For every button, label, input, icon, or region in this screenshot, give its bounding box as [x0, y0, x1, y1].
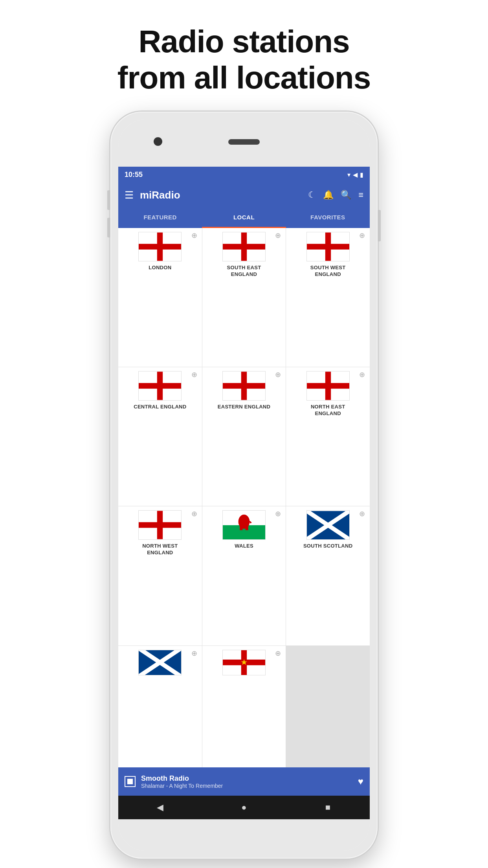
list-item[interactable]: ⊕ SOUTH SCOTLAND — [286, 506, 370, 645]
tab-featured[interactable]: FEATURED — [118, 208, 202, 228]
phone-inner: 10:55 ▾ ◀ ▮ ☰ miRadio ☾ 🔔 🔍 ≡ — [118, 120, 370, 851]
list-item[interactable]: ⊕ — [202, 506, 286, 645]
app-toolbar: ☰ miRadio ☾ 🔔 🔍 ≡ — [118, 182, 370, 208]
flag-scotland2 — [138, 650, 182, 675]
region-label: SOUTH EASTENGLAND — [227, 265, 261, 278]
flag-north-west — [138, 510, 182, 540]
add-icon[interactable]: ⊕ — [191, 649, 197, 658]
list-item[interactable]: ⊕ NORTH WESTENGLAND — [118, 506, 202, 645]
list-item[interactable]: ⊕ CENTRAL ENGLAND — [118, 367, 202, 506]
speaker-icon — [228, 139, 260, 145]
region-label: SOUTH WESTENGLAND — [310, 265, 346, 278]
list-icon[interactable]: ≡ — [358, 190, 363, 200]
add-icon[interactable]: ⊕ — [275, 509, 281, 518]
stop-icon — [127, 779, 133, 784]
now-playing-info: Smooth Radio Shalamar - A Night To Remem… — [141, 774, 352, 789]
list-item[interactable]: ⊕ SOUTH EASTENGLAND — [202, 228, 286, 367]
region-label: NORTH WESTENGLAND — [142, 543, 178, 556]
home-button[interactable]: ● — [236, 800, 252, 815]
phone-bottom-bar — [118, 819, 370, 851]
bottom-nav-bar: ◀ ● ■ — [118, 796, 370, 819]
svg-rect-17 — [307, 383, 349, 388]
add-icon[interactable]: ⊕ — [275, 649, 281, 658]
status-icons: ▾ ◀ ▮ — [347, 171, 363, 178]
status-bar: 10:55 ▾ ◀ ▮ — [118, 167, 370, 182]
add-icon[interactable]: ⊕ — [191, 370, 197, 379]
svg-rect-2 — [139, 244, 181, 249]
wifi-icon: ▾ — [347, 171, 350, 178]
svg-rect-8 — [307, 244, 349, 249]
sleep-timer-icon[interactable]: ☾ — [308, 190, 316, 200]
add-icon[interactable]: ⊕ — [191, 231, 197, 240]
flag-eastern — [222, 371, 266, 401]
add-icon[interactable]: ⊕ — [191, 509, 197, 518]
add-icon[interactable]: ⊕ — [275, 231, 281, 240]
tab-favorites[interactable]: FAVORITES — [286, 208, 370, 228]
region-label: WALES — [235, 543, 253, 550]
flag-wales — [222, 510, 266, 540]
track-name: Shalamar - A Night To Remember — [141, 783, 352, 789]
back-button[interactable]: ◀ — [152, 800, 168, 815]
favorite-button[interactable]: ♥ — [358, 776, 363, 787]
svg-rect-20 — [139, 522, 181, 528]
volume-up-button[interactable] — [107, 190, 110, 210]
list-item[interactable]: ⊕ — [118, 646, 202, 767]
list-item[interactable]: ⊕ NORTH EASTENGLAND — [286, 367, 370, 506]
recents-button[interactable]: ■ — [320, 800, 336, 815]
now-playing-bar: Smooth Radio Shalamar - A Night To Remem… — [118, 767, 370, 796]
flag-ni — [222, 650, 266, 675]
page-headline: Radio stations from all locations — [117, 24, 371, 96]
svg-point-27 — [240, 518, 243, 521]
toolbar-icons: ☾ 🔔 🔍 ≡ — [308, 190, 363, 200]
stop-button[interactable] — [125, 776, 136, 787]
list-item[interactable]: ⊕ EASTERN ENGLAND — [202, 367, 286, 506]
add-icon[interactable]: ⊕ — [359, 509, 365, 518]
search-icon[interactable]: 🔍 — [341, 190, 351, 200]
app-title: miRadio — [140, 189, 303, 201]
station-name: Smooth Radio — [141, 774, 352, 783]
list-item[interactable]: ⊕ SOUTH WESTENGLAND — [286, 228, 370, 367]
flag-south-east — [222, 232, 266, 261]
regions-grid: ⊕ LONDON ⊕ — [118, 228, 370, 767]
camera-icon — [154, 137, 162, 146]
svg-rect-11 — [139, 383, 181, 388]
menu-icon[interactable]: ☰ — [125, 189, 134, 201]
flag-south-scotland — [306, 510, 350, 540]
power-button[interactable] — [378, 210, 381, 241]
list-item[interactable]: ⊕ LONDON — [118, 228, 202, 367]
svg-point-28 — [245, 518, 248, 521]
phone-screen: 10:55 ▾ ◀ ▮ ☰ miRadio ☾ 🔔 🔍 ≡ — [118, 167, 370, 819]
tabs-bar: FEATURED LOCAL FAVORITES — [118, 208, 370, 228]
flag-south-west — [306, 232, 350, 261]
region-label: EASTERN ENGLAND — [218, 404, 271, 410]
svg-rect-25 — [240, 524, 242, 530]
status-time: 10:55 — [125, 171, 143, 179]
tab-local[interactable]: LOCAL — [202, 208, 286, 228]
battery-icon: ▮ — [360, 171, 363, 178]
add-icon[interactable]: ⊕ — [275, 370, 281, 379]
svg-rect-26 — [246, 524, 248, 530]
signal-icon: ◀ — [353, 171, 358, 178]
svg-rect-14 — [223, 383, 265, 388]
region-label: NORTH EASTENGLAND — [311, 404, 345, 417]
region-label: CENTRAL ENGLAND — [134, 404, 186, 410]
flag-central — [138, 371, 182, 401]
region-label: LONDON — [149, 265, 171, 271]
flag-north-east — [306, 371, 350, 401]
alarm-icon[interactable]: 🔔 — [323, 190, 334, 200]
volume-down-button[interactable] — [107, 218, 110, 237]
add-icon[interactable]: ⊕ — [359, 231, 365, 240]
flag-london — [138, 232, 182, 261]
phone-top-bar — [118, 120, 370, 167]
add-icon[interactable]: ⊕ — [359, 370, 365, 379]
region-label: SOUTH SCOTLAND — [303, 543, 353, 550]
list-item[interactable]: ⊕ — [202, 646, 286, 767]
svg-rect-5 — [223, 244, 265, 249]
phone-frame: 10:55 ▾ ◀ ▮ ☰ miRadio ☾ 🔔 🔍 ≡ — [110, 112, 378, 859]
